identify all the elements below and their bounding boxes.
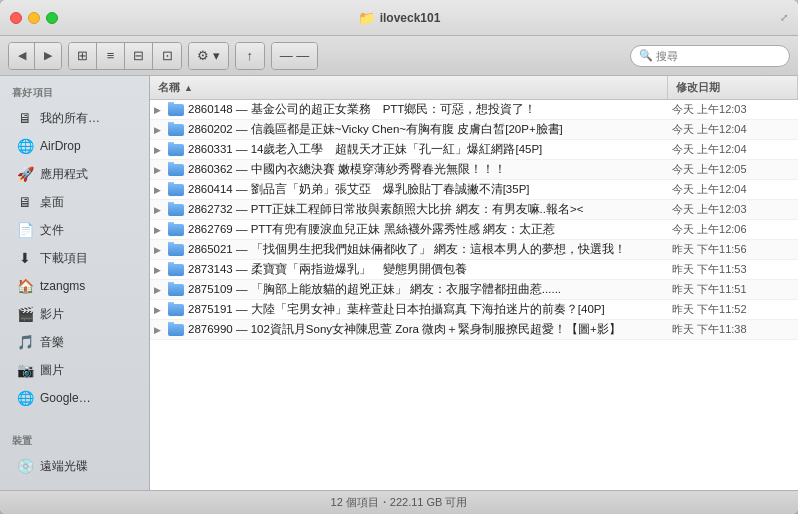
tzangms-icon: 🏠 [16,277,34,295]
sidebar-item-applications[interactable]: 🚀 應用程式 [4,161,145,187]
file-name-cell: ▶ 2860331 — 14歲老入工學 超靚天才正妹「孔一紅」爆紅網路[45P] [150,142,668,157]
file-name-text: 2860202 — 信義區都是正妹~Vicky Chen~有胸有腹 皮膚白皙[2… [188,122,563,137]
sidebar-item-label: 下載項目 [40,250,88,267]
sidebar-item-tzangms[interactable]: 🏠 tzangms [4,273,145,299]
sidebar-item-label: 影片 [40,306,64,323]
google-icon: 🌐 [16,389,34,407]
sidebar-item-desktop[interactable]: 🖥 桌面 [4,189,145,215]
expand-arrow-icon: ▶ [154,205,164,215]
documents-icon: 📄 [16,221,34,239]
downloads-icon: ⬇ [16,249,34,267]
pictures-icon: 📷 [16,361,34,379]
col-header-name[interactable]: 名稱 ▲ [150,76,668,99]
title-folder-icon: 📁 [358,10,375,26]
search-input[interactable] [656,50,781,62]
folder-icon [168,124,184,136]
table-row[interactable]: ▶ 2860362 — 中國內衣總決賽 嫩模穿薄紗秀臀春光無限！！！ 今天 上午… [150,160,798,180]
table-row[interactable]: ▶ 2862769 — PTT有兜有腰淚血兒正妹 黑絲襪外露秀性感 網友：太正惹… [150,220,798,240]
sidebar-item-movies[interactable]: 🎬 影片 [4,301,145,327]
file-name-text: 2862732 — PTT正妹工程師日常妝與素顏照大比拚 網友：有男友嘛..報名… [188,202,583,217]
devices-label: 裝置 [0,424,149,452]
applications-icon: 🚀 [16,165,34,183]
sidebar-item-label: 文件 [40,222,64,239]
sidebar-item-label: 圖片 [40,362,64,379]
file-date-cell: 昨天 下午11:53 [668,262,798,277]
file-date-cell: 今天 上午12:04 [668,142,798,157]
action-button[interactable]: — — [272,43,318,69]
expand-arrow-icon: ▶ [154,225,164,235]
sidebar-item-downloads[interactable]: ⬇ 下載項目 [4,245,145,271]
all-files-icon: 🖥 [16,109,34,127]
file-date-cell: 今天 上午12:03 [668,102,798,117]
expand-arrow-icon: ▶ [154,265,164,275]
file-name-cell: ▶ 2860148 — 基金公司的超正女業務 PTT鄉民：可惡，想投資了！ [150,102,668,117]
view-column-button[interactable]: ⊟ [125,43,153,69]
desktop-icon: 🖥 [16,193,34,211]
close-button[interactable] [10,12,22,24]
file-name-text: 2860362 — 中國內衣總決賽 嫩模穿薄紗秀臀春光無限！！！ [188,162,506,177]
file-date-cell: 昨天 下午11:56 [668,242,798,257]
table-row[interactable]: ▶ 2860148 — 基金公司的超正女業務 PTT鄉民：可惡，想投資了！ 今天… [150,100,798,120]
sidebar-item-pictures[interactable]: 📷 圖片 [4,357,145,383]
file-name-text: 2860414 — 劉品言「奶弟」張艾亞 爆乳臉貼丁春誠撇不清[35P] [188,182,530,197]
expand-arrow-icon: ▶ [154,285,164,295]
file-name-cell: ▶ 2876990 — 102資訊月Sony女神陳思萱 Zora 微肉＋緊身制服… [150,322,668,337]
sidebar-item-label: 應用程式 [40,166,88,183]
search-icon: 🔍 [639,49,653,62]
file-list: 名稱 ▲ 修改日期 ▶ 2860148 — 基金公司的超正女業務 PTT鄉民：可… [150,76,798,490]
maximize-button[interactable] [46,12,58,24]
table-row[interactable]: ▶ 2876990 — 102資訊月Sony女神陳思萱 Zora 微肉＋緊身制服… [150,320,798,340]
file-date-cell: 昨天 下午11:38 [668,322,798,337]
search-box[interactable]: 🔍 [630,45,790,67]
table-row[interactable]: ▶ 2860202 — 信義區都是正妹~Vicky Chen~有胸有腹 皮膚白皙… [150,120,798,140]
file-date-cell: 昨天 下午11:52 [668,302,798,317]
file-name-text: 2875109 — 「胸部上能放貓的超兇正妹」 網友：衣服字體都扭曲惹.....… [188,282,561,297]
minimize-button[interactable] [28,12,40,24]
forward-button[interactable]: ▶ [35,43,61,69]
expand-arrow-icon: ▶ [154,245,164,255]
view-cover-button[interactable]: ⊡ [153,43,181,69]
sidebar-item-google[interactable]: 🌐 Google… [4,385,145,411]
sidebar-item-airdrop[interactable]: 🌐 AirDrop [4,133,145,159]
share-button[interactable]: ↑ [236,43,264,69]
view-icon-button[interactable]: ⊞ [69,43,97,69]
folder-icon [168,244,184,256]
folder-icon [168,144,184,156]
file-name-text: 2875191 — 大陸「宅男女神」葉梓萱赴日本拍攝寫真 下海拍迷片的前奏？[4… [188,302,605,317]
table-row[interactable]: ▶ 2875109 — 「胸部上能放貓的超兇正妹」 網友：衣服字體都扭曲惹...… [150,280,798,300]
view-buttons: ⊞ ≡ ⊟ ⊡ [68,42,182,70]
table-row[interactable]: ▶ 2865021 — 「找個男生把我們姐妹倆都收了」 網友：這根本男人的夢想，… [150,240,798,260]
back-button[interactable]: ◀ [9,43,35,69]
sort-arrow-icon: ▲ [184,83,193,93]
folder-icon [168,164,184,176]
file-name-cell: ▶ 2862769 — PTT有兜有腰淚血兒正妹 黑絲襪外露秀性感 網友：太正惹 [150,222,668,237]
folder-icon [168,324,184,336]
col-header-date[interactable]: 修改日期 [668,76,798,99]
file-name-cell: ▶ 2875109 — 「胸部上能放貓的超兇正妹」 網友：衣服字體都扭曲惹...… [150,282,668,297]
table-row[interactable]: ▶ 2860414 — 劉品言「奶弟」張艾亞 爆乳臉貼丁春誠撇不清[35P] 今… [150,180,798,200]
folder-icon [168,184,184,196]
expand-arrow-icon: ▶ [154,105,164,115]
file-name-text: 2860148 — 基金公司的超正女業務 PTT鄉民：可惡，想投資了！ [188,102,536,117]
table-row[interactable]: ▶ 2873143 — 柔寶寶「兩指遊爆乳」 變態男開價包養 昨天 下午11:5… [150,260,798,280]
sidebar-item-all-files[interactable]: 🖥 我的所有… [4,105,145,131]
remote-disc-icon: 💿 [16,457,34,475]
arrange-group: ⚙ ▾ [188,42,229,70]
sidebar-item-documents[interactable]: 📄 文件 [4,217,145,243]
view-list-button[interactable]: ≡ [97,43,125,69]
content-area: 喜好項目 🖥 我的所有… 🌐 AirDrop 🚀 應用程式 🖥 桌面 📄 文件 [0,76,798,490]
table-row[interactable]: ▶ 2862732 — PTT正妹工程師日常妝與素顏照大比拚 網友：有男友嘛..… [150,200,798,220]
folder-icon [168,304,184,316]
music-icon: 🎵 [16,333,34,351]
action-group: — — [271,42,319,70]
table-row[interactable]: ▶ 2875191 — 大陸「宅男女神」葉梓萱赴日本拍攝寫真 下海拍迷片的前奏？… [150,300,798,320]
resize-icon[interactable]: ⤢ [780,12,788,23]
arrange-button[interactable]: ⚙ ▾ [189,43,228,69]
file-name-text: 2860331 — 14歲老入工學 超靚天才正妹「孔一紅」爆紅網路[45P] [188,142,542,157]
sidebar-item-music[interactable]: 🎵 音樂 [4,329,145,355]
sidebar-item-remote-disc[interactable]: 💿 遠端光碟 [4,453,145,479]
file-rows: ▶ 2860148 — 基金公司的超正女業務 PTT鄉民：可惡，想投資了！ 今天… [150,100,798,490]
file-name-cell: ▶ 2860414 — 劉品言「奶弟」張艾亞 爆乳臉貼丁春誠撇不清[35P] [150,182,668,197]
table-row[interactable]: ▶ 2860331 — 14歲老入工學 超靚天才正妹「孔一紅」爆紅網路[45P]… [150,140,798,160]
file-name-text: 2865021 — 「找個男生把我們姐妹倆都收了」 網友：這根本男人的夢想，快選… [188,242,626,257]
